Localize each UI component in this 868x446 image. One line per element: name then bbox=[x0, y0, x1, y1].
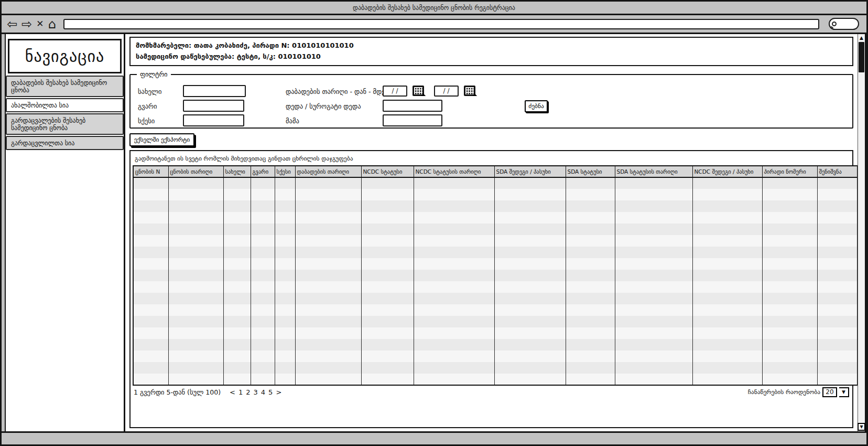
surname-input[interactable] bbox=[183, 100, 244, 112]
records-dropdown-arrow-icon[interactable]: ▼ bbox=[839, 387, 849, 397]
table-cell bbox=[817, 281, 858, 293]
father-input[interactable] bbox=[383, 114, 442, 126]
table-cell bbox=[615, 177, 692, 189]
column-header[interactable]: სქესი bbox=[275, 166, 295, 177]
table-cell bbox=[133, 293, 168, 304]
table-row[interactable] bbox=[133, 258, 858, 270]
sidebar-item[interactable]: გარდაცვლილთა სია bbox=[6, 136, 124, 150]
table-cell bbox=[168, 177, 223, 189]
table-row[interactable] bbox=[133, 281, 858, 293]
column-header[interactable]: SDA შედეგი / პასუხი bbox=[494, 166, 566, 177]
table-cell bbox=[762, 224, 817, 235]
table-cell bbox=[817, 189, 858, 200]
column-header[interactable]: SDA სტატუსი bbox=[566, 166, 615, 177]
table-cell bbox=[251, 189, 275, 200]
table-row[interactable] bbox=[133, 200, 858, 212]
table-row[interactable] bbox=[133, 339, 858, 351]
table-cell bbox=[494, 212, 566, 224]
scrollbar-thumb[interactable] bbox=[859, 42, 864, 72]
scroll-up-icon[interactable]: ▲ bbox=[860, 35, 863, 40]
table-cell bbox=[295, 258, 361, 270]
calendar-from-icon[interactable] bbox=[413, 86, 424, 96]
column-header[interactable]: NCDC სტატუსის თარიღი bbox=[414, 166, 494, 177]
search-button[interactable]: ძებნა bbox=[525, 100, 548, 112]
table-row[interactable] bbox=[133, 189, 858, 200]
scroll-down-icon[interactable]: ▼ bbox=[858, 423, 865, 431]
mother-input[interactable] bbox=[383, 100, 442, 112]
column-header[interactable]: ცნობის თარიღი bbox=[168, 166, 223, 177]
table-row[interactable] bbox=[133, 235, 858, 247]
date-to-input[interactable]: / / bbox=[434, 86, 459, 97]
column-header[interactable]: პირადი ნომერი bbox=[762, 166, 817, 177]
table-cell bbox=[168, 293, 223, 304]
page-link[interactable]: 3 bbox=[252, 388, 259, 396]
table-cell bbox=[168, 235, 223, 247]
page-link[interactable]: 1 bbox=[237, 388, 244, 396]
table-row[interactable] bbox=[133, 247, 858, 258]
table-cell bbox=[295, 189, 361, 200]
column-header[interactable]: SDA სტატუსის თარიღი bbox=[615, 166, 692, 177]
table-row[interactable] bbox=[133, 304, 858, 316]
table-row[interactable] bbox=[133, 351, 858, 362]
filter-legend: ფილტრი bbox=[137, 71, 171, 78]
table-cell bbox=[275, 247, 295, 258]
horizontal-scrollbar[interactable] bbox=[2, 431, 866, 444]
records-per-page-value[interactable]: 20 bbox=[822, 387, 837, 397]
date-from-input[interactable]: / / bbox=[383, 86, 407, 97]
column-header[interactable]: ცნობის N bbox=[133, 166, 168, 177]
table-cell bbox=[133, 362, 168, 374]
table-cell bbox=[295, 339, 361, 351]
page-link[interactable]: 4 bbox=[259, 388, 267, 396]
sex-input[interactable] bbox=[183, 114, 244, 126]
calendar-to-icon[interactable] bbox=[464, 86, 475, 96]
table-row[interactable] bbox=[133, 362, 858, 374]
column-header[interactable]: დაბადების თარიღი bbox=[295, 166, 361, 177]
sidebar-item[interactable]: გარდაცვალების შესახებ სამედიცინო ცნობა bbox=[6, 113, 124, 135]
address-bar[interactable] bbox=[63, 19, 819, 29]
column-header[interactable]: გვარი bbox=[251, 166, 275, 177]
table-cell bbox=[414, 362, 494, 374]
page-link[interactable]: < bbox=[228, 388, 237, 396]
column-header[interactable]: NCDC შედეგი / პასუხი bbox=[692, 166, 762, 177]
column-header[interactable]: NCDC სტატუსი bbox=[361, 166, 414, 177]
table-row[interactable] bbox=[133, 177, 858, 189]
export-excel-button[interactable]: ექსელში ექსპორტი bbox=[129, 133, 194, 146]
table-cell bbox=[414, 327, 494, 339]
page-link[interactable]: 2 bbox=[244, 388, 252, 396]
table-row[interactable] bbox=[133, 327, 858, 339]
home-icon[interactable]: ⌂ bbox=[48, 18, 56, 30]
table-row[interactable] bbox=[133, 212, 858, 224]
table-cell bbox=[566, 339, 615, 351]
birth-date-range-label: დაბადების თარიღი - დან - მდე bbox=[286, 88, 385, 95]
table-row[interactable] bbox=[133, 316, 858, 327]
page-link[interactable]: 5 bbox=[267, 388, 274, 396]
page-link[interactable]: > bbox=[274, 388, 283, 396]
table-cell bbox=[762, 327, 817, 339]
table-row[interactable] bbox=[133, 374, 858, 385]
table-cell bbox=[295, 212, 361, 224]
forward-icon[interactable]: ⇨ bbox=[21, 18, 32, 30]
table-cell bbox=[615, 200, 692, 212]
column-header[interactable]: სახელი bbox=[223, 166, 251, 177]
search-box[interactable] bbox=[829, 18, 859, 30]
name-input[interactable] bbox=[183, 85, 246, 97]
table-cell bbox=[494, 247, 566, 258]
table-row[interactable] bbox=[133, 224, 858, 235]
back-icon[interactable]: ⇦ bbox=[7, 18, 17, 30]
column-header[interactable]: შენიშვნა bbox=[817, 166, 858, 177]
table-cell bbox=[251, 212, 275, 224]
table-cell bbox=[414, 224, 494, 235]
table-cell bbox=[275, 200, 295, 212]
table-cell bbox=[494, 200, 566, 212]
table-row[interactable] bbox=[133, 293, 858, 304]
table-cell bbox=[692, 224, 762, 235]
table-row[interactable] bbox=[133, 270, 858, 281]
table-cell bbox=[275, 281, 295, 293]
user-info-box: მომხმარებელი: თათა კობახიძე, პირადი N: 0… bbox=[129, 37, 853, 66]
stop-icon[interactable]: ✕ bbox=[36, 19, 44, 28]
vertical-scrollbar[interactable]: ▲ ▼ bbox=[858, 34, 866, 431]
table-cell bbox=[762, 281, 817, 293]
sidebar-item[interactable]: დაბადების შესახებ სამედიცინო ცნობა bbox=[6, 76, 124, 97]
sidebar-item[interactable]: ახალშობილთა სია bbox=[6, 98, 124, 112]
table-cell bbox=[133, 270, 168, 281]
